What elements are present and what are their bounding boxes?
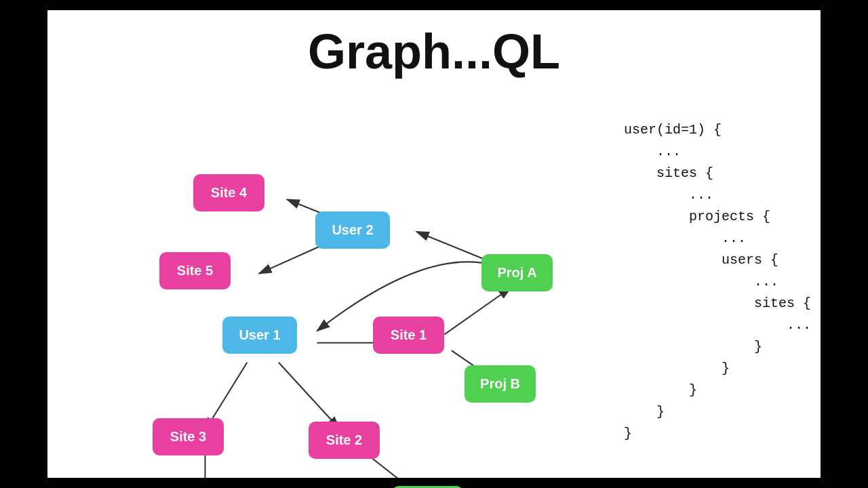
node-user1: User 1 — [222, 317, 297, 354]
node-site2: Site 2 — [309, 422, 380, 459]
code-panel: user(id=1) { ... sites { ... projects { … — [604, 86, 821, 478]
node-site1: Site 1 — [373, 317, 444, 354]
svg-line-2 — [279, 363, 340, 429]
diagram-area: User 1 User 2 Site 1 Site 2 Site 3 Site … — [47, 86, 604, 478]
content-area: User 1 User 2 Site 1 Site 2 Site 3 Site … — [47, 86, 821, 478]
node-projA: Proj A — [481, 254, 553, 291]
node-site5: Site 5 — [159, 252, 231, 289]
node-user2: User 2 — [315, 211, 390, 249]
node-site4: Site 4 — [193, 174, 264, 211]
node-projB: Proj B — [465, 365, 536, 403]
node-site3: Site 3 — [153, 418, 224, 455]
svg-line-7 — [444, 287, 511, 334]
slide: Graph...QL — [47, 10, 821, 478]
page-title: Graph...QL — [47, 10, 821, 86]
code-block: user(id=1) { ... sites { ... projects { … — [624, 119, 811, 445]
